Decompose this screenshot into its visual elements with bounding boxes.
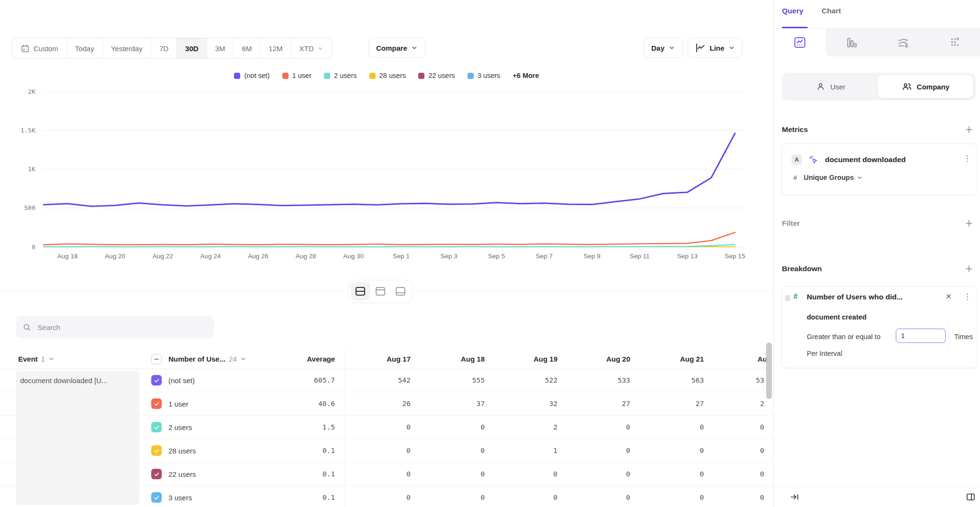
metrics-header-row: Metrics [782,122,974,137]
date-column-header[interactable]: Aug 20 [563,349,630,369]
breakdown-event-name[interactable]: document created [807,313,867,321]
range-button-today[interactable]: Today [67,38,103,58]
chart-type-flow-tab[interactable] [877,29,929,56]
date-column-title: Aug 19 [534,355,557,363]
group-type-toggle: User Company [781,73,976,100]
legend-more[interactable]: +6 More [512,72,539,79]
tab-query[interactable]: Query [782,7,803,15]
date-column-header[interactable]: Aug 18 [418,349,485,369]
range-button-30d[interactable]: 30D [177,38,207,58]
legend-item[interactable]: (not set) [234,72,269,79]
numeric-property-icon: # [793,292,798,301]
series-checkbox[interactable] [151,422,162,432]
chart-only-view-button[interactable] [371,282,390,300]
metric-menu-button[interactable]: ⋮ [963,154,971,164]
legend-item[interactable]: 3 users [468,72,501,79]
drag-handle-icon[interactable] [785,295,791,303]
range-button-12m[interactable]: 12M [260,38,291,58]
data-value: 26 [344,392,411,415]
compare-button[interactable]: Compare [368,38,425,58]
check-icon [154,424,160,430]
series-checkbox[interactable] [151,445,162,456]
series-column-count: 24 [229,355,237,363]
range-button-yesterday[interactable]: Yesterday [103,38,151,58]
company-toggle-option[interactable]: Company [878,75,973,98]
legend-item[interactable]: 2 users [324,72,357,79]
range-label: 3M [215,44,225,53]
average-column-header[interactable]: Average [268,349,335,369]
series-label: 1 user [168,392,189,415]
tab-chart[interactable]: Chart [822,7,841,15]
search-box [16,316,214,338]
bar-chart-icon [845,36,858,49]
table-only-view-button[interactable] [391,282,410,300]
chart-type-line-tab[interactable] [774,29,825,56]
table-scrollbar[interactable] [766,342,772,399]
people-icon [902,82,912,91]
compare-label: Compare [376,44,407,52]
legend-label: (not set) [244,72,269,79]
metric-event-name[interactable]: document downloaded [825,155,906,164]
threshold-input[interactable] [896,329,946,343]
average-value: 605.7 [268,369,335,392]
search-input[interactable] [36,323,207,332]
add-metric-button[interactable] [964,125,974,134]
range-button-custom[interactable]: Custom [12,38,67,58]
range-button-3m[interactable]: 3M [207,38,234,58]
series-label: 22 users [168,463,196,485]
series-checkbox[interactable] [151,375,162,386]
x-axis-tick-label: Sep 11 [630,253,650,260]
data-value: 555 [418,369,485,392]
date-column-header[interactable]: Aug 21 [637,349,704,369]
series-label: (not set) [168,369,195,392]
range-button-7d[interactable]: 7D [151,38,177,58]
event-column-header[interactable]: Event 1 [18,349,55,369]
y-axis-tick-label: 2K [28,88,35,95]
legend-item[interactable]: 28 users [369,72,406,79]
search-icon [22,322,31,332]
toggle-panel-icon[interactable] [966,492,976,502]
date-column-title: Aug 18 [461,355,485,363]
data-value: 0 [637,416,704,439]
range-button-6m[interactable]: 6M [234,38,260,58]
series-checkbox[interactable] [151,398,162,409]
filter-header-row: Filter [782,216,974,231]
split-view-button[interactable] [351,282,370,300]
interval-button[interactable]: Day [644,38,683,58]
user-toggle-option[interactable]: User [784,75,878,98]
remove-breakdown-button[interactable] [945,293,952,300]
x-axis-tick-label: Aug 18 [57,253,78,260]
chart-type-scatter-tab[interactable] [929,29,980,56]
select-all-checkbox[interactable] [151,354,162,364]
legend-label: 22 users [428,72,455,79]
chart-type-button[interactable]: Line [688,38,743,58]
event-cell[interactable]: document downloaded [U... [16,371,139,505]
range-button-xtd[interactable]: XTD [291,38,332,58]
data-value: 0 [490,463,557,485]
date-column-header[interactable]: Aug 17 [344,349,411,369]
range-label: Today [75,44,94,53]
chevron-down-icon[interactable] [240,356,246,362]
measure-dropdown[interactable]: Unique Groups [804,174,863,181]
add-breakdown-button[interactable] [964,264,974,274]
range-label: 6M [242,44,252,53]
sidebar-footer [774,486,980,507]
add-filter-button[interactable] [964,219,974,228]
date-column-header[interactable]: Aug 19 [490,349,557,369]
average-column-title: Average [307,355,335,363]
series-checkbox[interactable] [151,469,162,479]
series-checkbox[interactable] [151,492,162,503]
legend-swatch [468,73,474,79]
legend-item[interactable]: 22 users [418,72,455,79]
legend-label: 1 user [292,72,312,79]
breakdown-property-name[interactable]: Number of Users who did... [807,293,903,301]
breakdown-menu-button[interactable]: ⋮ [963,292,971,302]
event-column-count: 1 [41,355,45,363]
date-range-group: CustomTodayYesterday7D30D3M6M12MXTD [12,38,332,59]
y-axis-tick-label: 1.5K [21,127,35,134]
x-axis-tick-label: Sep 3 [440,253,457,260]
collapse-sidebar-icon[interactable] [790,492,800,502]
legend-item[interactable]: 1 user [282,72,312,79]
chart-type-bar-tab[interactable] [825,29,877,56]
average-value: 1.5 [268,416,335,439]
